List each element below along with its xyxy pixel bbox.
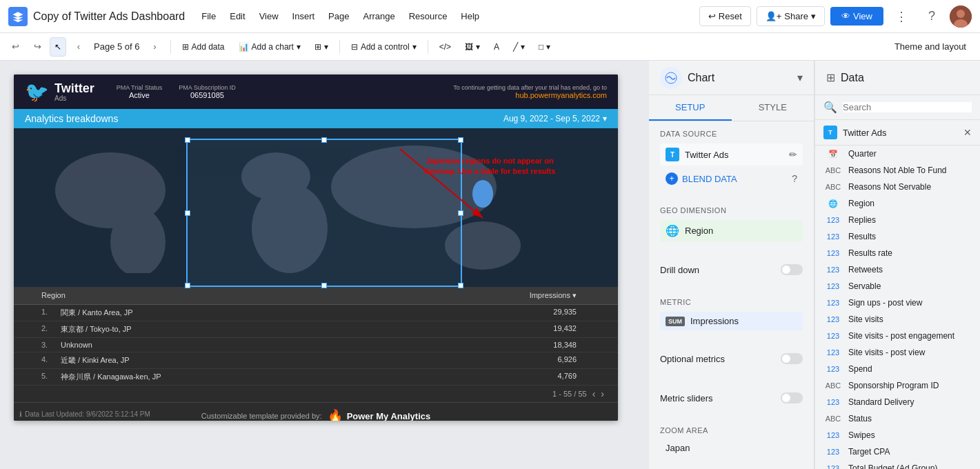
prev-page-table-button[interactable]: ‹ bbox=[592, 388, 596, 399]
separator-1 bbox=[170, 40, 171, 54]
redo-toolbar-button[interactable]: ↪ bbox=[28, 37, 47, 57]
field-results[interactable]: 123 Results bbox=[815, 228, 980, 245]
menu-help[interactable]: Help bbox=[455, 8, 485, 24]
handle-top-mid[interactable] bbox=[321, 137, 327, 143]
field-region[interactable]: 🌐 Region bbox=[815, 195, 980, 212]
field-spend[interactable]: 123 Spend bbox=[815, 361, 980, 377]
line-icon: ╱ bbox=[513, 42, 518, 52]
help-button[interactable]: ? bbox=[919, 4, 944, 29]
line-button[interactable]: ╱▾ bbox=[508, 37, 530, 57]
data-panel: ⊞ Data 🔍 T Twitter Ads ✕ 📅 Quarter bbox=[814, 61, 980, 469]
handle-top-left[interactable] bbox=[185, 137, 190, 143]
geo-dimension-section: Geo dimension 🌐 Region bbox=[649, 198, 814, 250]
collapse-button[interactable]: ▾ bbox=[797, 71, 803, 84]
field-target-cpa[interactable]: 123 Target CPA bbox=[815, 443, 980, 460]
optional-metrics-toggle[interactable] bbox=[781, 353, 803, 364]
canvas[interactable]: 🐦 Twitter Ads PMA Trial Status Active PM… bbox=[0, 61, 649, 469]
zoom-area-value[interactable]: Japan bbox=[660, 440, 695, 456]
avatar[interactable] bbox=[950, 6, 972, 28]
field-reasons-not-fund[interactable]: ABC Reasons Not Able To Fund bbox=[815, 162, 980, 179]
data-panel-header: ⊞ Data bbox=[815, 61, 980, 95]
table-row: 5. 神奈川県 / Kanagawa-ken, JP 4,769 bbox=[14, 369, 618, 386]
metric-item[interactable]: SUM Impressions bbox=[660, 312, 803, 330]
calendar-icon: 📅 bbox=[823, 150, 843, 159]
menu-insert[interactable]: Insert bbox=[287, 8, 321, 24]
field-results-rate[interactable]: 123 Results rate bbox=[815, 245, 980, 261]
drill-down-toggle[interactable] bbox=[781, 264, 803, 275]
pma-icon: 🔥 bbox=[328, 408, 343, 421]
field-site-visits-post-engagement[interactable]: 123 Site visits - post engagement bbox=[815, 328, 980, 344]
field-reasons-not-servable[interactable]: ABC Reasons Not Servable bbox=[815, 179, 980, 195]
annotation-text: Japanese regions do not appear on Geomap… bbox=[421, 156, 559, 177]
field-standard-delivery[interactable]: 123 Standard Delivery bbox=[815, 394, 980, 410]
tab-style[interactable]: STYLE bbox=[732, 95, 814, 121]
pma-sub-stat: PMA Subscription ID 06591085 bbox=[179, 84, 236, 99]
field-replies[interactable]: 123 Replies bbox=[815, 212, 980, 228]
handle-mid-left[interactable] bbox=[185, 210, 190, 216]
more-options-button[interactable]: ⋮ bbox=[889, 4, 914, 29]
shape-button[interactable]: □▾ bbox=[533, 37, 556, 57]
table-row: 1. 関東 / Kanto Area, JP 29,935 bbox=[14, 305, 618, 321]
map-section: Japanese regions do not appear on Geomap… bbox=[14, 128, 618, 287]
top-bar: Copy of Twitter Ads Dashboard File Edit … bbox=[0, 0, 980, 33]
undo-toolbar-button[interactable]: ↩ bbox=[6, 37, 25, 57]
image-icon: 🖼 bbox=[465, 42, 473, 52]
geo-chart-icon bbox=[665, 72, 677, 84]
menu-page[interactable]: Page bbox=[323, 8, 354, 24]
menu-arrange[interactable]: Arrange bbox=[357, 8, 400, 24]
datasource-item[interactable]: T Twitter Ads ✏ bbox=[660, 143, 803, 166]
code-button[interactable]: </> bbox=[434, 37, 457, 57]
text-button[interactable]: A bbox=[488, 37, 505, 57]
globe-icon: 🌐 bbox=[666, 224, 679, 237]
field-total-budget[interactable]: 123 Total Budget (Ad Group) bbox=[815, 460, 980, 469]
handle-bottom-left[interactable] bbox=[185, 283, 190, 288]
data-panel-table-icon: ⊞ bbox=[826, 71, 835, 84]
twitter-logo: 🐦 Twitter Ads bbox=[25, 81, 94, 103]
menu-view[interactable]: View bbox=[254, 8, 284, 24]
field-quarter[interactable]: 📅 Quarter bbox=[815, 146, 980, 162]
num-field-icon: 123 bbox=[823, 299, 843, 307]
view-button[interactable]: 👁 View bbox=[830, 7, 883, 26]
blend-data-button[interactable]: + BLEND DATA ? bbox=[660, 168, 803, 189]
grid-button[interactable]: ⊞ ▾ bbox=[309, 37, 334, 57]
remove-source-button[interactable]: ✕ bbox=[963, 127, 972, 138]
menu-resource[interactable]: Resource bbox=[403, 8, 453, 24]
field-swipes[interactable]: 123 Swipes bbox=[815, 427, 980, 443]
menu-edit[interactable]: Edit bbox=[224, 8, 250, 24]
image-button[interactable]: 🖼▾ bbox=[459, 37, 486, 57]
next-page-button[interactable]: › bbox=[146, 37, 165, 57]
prev-page-button[interactable]: ‹ bbox=[69, 37, 88, 57]
tab-setup[interactable]: SETUP bbox=[649, 95, 732, 121]
field-signups-post-view[interactable]: 123 Sign ups - post view bbox=[815, 295, 980, 311]
cursor-tool-button[interactable]: ↖ bbox=[50, 37, 66, 57]
field-retweets[interactable]: 123 Retweets bbox=[815, 261, 980, 278]
handle-bottom-mid[interactable] bbox=[321, 283, 327, 288]
field-site-visits-post-view[interactable]: 123 Site visits - post view bbox=[815, 344, 980, 361]
add-control-button[interactable]: ⊟ Add a control ▾ bbox=[346, 37, 422, 57]
field-sponsorship-program-id[interactable]: ABC Sponsorship Program ID bbox=[815, 377, 980, 394]
search-input[interactable] bbox=[843, 102, 972, 112]
twitter-bird-icon: 🐦 bbox=[25, 81, 49, 103]
add-chart-button[interactable]: 📊 Add a chart ▾ bbox=[233, 37, 306, 57]
reset-button[interactable]: ↩ Reset bbox=[699, 6, 751, 26]
twitter-source-icon: T bbox=[666, 148, 679, 161]
handle-top-right[interactable] bbox=[458, 137, 463, 143]
field-status[interactable]: ABC Status bbox=[815, 410, 980, 427]
next-page-table-button[interactable]: › bbox=[601, 388, 604, 399]
panel-header: Chart ▾ bbox=[649, 61, 814, 95]
date-range[interactable]: Aug 9, 2022 - Sep 5, 2022 ▾ bbox=[503, 114, 607, 123]
blend-help-icon: ? bbox=[792, 173, 797, 184]
menu-file[interactable]: File bbox=[196, 8, 221, 24]
drill-down-section: Drill down bbox=[649, 250, 814, 290]
handle-bottom-right[interactable] bbox=[458, 283, 463, 288]
separator-3 bbox=[428, 40, 428, 54]
theme-layout-button[interactable]: Theme and layout bbox=[886, 39, 974, 54]
metric-sliders-toggle-row: Metric sliders bbox=[660, 387, 803, 409]
field-site-visits[interactable]: 123 Site visits bbox=[815, 311, 980, 328]
field-servable[interactable]: 123 Servable bbox=[815, 278, 980, 295]
add-data-button[interactable]: ⊞ Add data bbox=[177, 37, 230, 57]
geo-dimension-item[interactable]: 🌐 Region bbox=[660, 220, 803, 241]
metric-sliders-toggle[interactable] bbox=[781, 392, 803, 403]
grid-icon: ⊞ bbox=[314, 42, 321, 52]
share-button[interactable]: 👤+ Share ▾ bbox=[757, 6, 825, 26]
